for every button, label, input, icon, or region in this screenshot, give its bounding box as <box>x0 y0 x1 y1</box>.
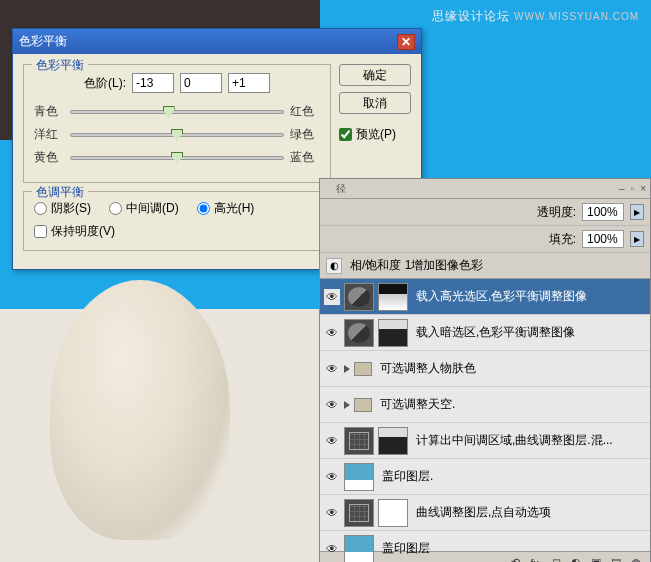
slider-left-label: 青色 <box>34 103 64 120</box>
folder-icon[interactable]: ▣ <box>591 556 601 562</box>
layer-item[interactable]: 👁盖印图层. <box>320 459 650 495</box>
trash-icon[interactable]: 🗑 <box>631 557 642 563</box>
color-slider[interactable] <box>70 133 284 137</box>
visibility-toggle-icon[interactable]: 👁 <box>324 433 340 449</box>
color-balance-group: 色彩平衡 色阶(L): 青色 红色洋红 绿色黄色 蓝色 <box>23 64 331 183</box>
layer-item[interactable]: 👁可选调整天空. <box>320 387 650 423</box>
tone-midtones-radio[interactable]: 中间调(D) <box>109 200 179 217</box>
slider-left-label: 洋红 <box>34 126 64 143</box>
tab-paths[interactable]: 径 <box>330 182 613 196</box>
slider-right-label: 红色 <box>290 103 320 120</box>
slider-right-label: 绿色 <box>290 126 320 143</box>
layer-label[interactable]: 可选调整天空. <box>376 396 646 413</box>
layer-label[interactable]: 计算出中间调区域,曲线调整图层.混... <box>412 432 646 449</box>
tone-highlights-radio[interactable]: 高光(H) <box>197 200 255 217</box>
level-input-cyan-red[interactable] <box>132 73 174 93</box>
layer-item[interactable]: 👁载入高光选区,色彩平衡调整图像 <box>320 279 650 315</box>
mask-thumb <box>378 427 408 455</box>
opacity-label: 透明度: <box>537 204 576 221</box>
lock-controls[interactable] <box>326 232 543 246</box>
preserve-luminosity-checkbox[interactable]: 保持明度(V) <box>34 223 320 240</box>
visibility-toggle-icon[interactable]: 👁 <box>324 469 340 485</box>
level-input-yellow-blue[interactable] <box>228 73 270 93</box>
layers-panel: 径 – ▫ × 透明度: 100% ▶ 填充: 100% ▶ ◐ 相/饱和度 1… <box>319 178 651 562</box>
folder-icon <box>354 398 372 412</box>
group-legend: 色调平衡 <box>32 184 88 201</box>
adjustment-layer-icon[interactable]: ◐ <box>571 556 581 562</box>
visibility-toggle-icon[interactable]: 👁 <box>324 325 340 341</box>
layer-item[interactable]: 👁计算出中间调区域,曲线调整图层.混... <box>320 423 650 459</box>
visibility-toggle-icon[interactable]: 👁 <box>324 397 340 413</box>
layer-label[interactable]: 盖印图层 <box>378 540 646 557</box>
hue-sat-layer-label[interactable]: 相/饱和度 1增加图像色彩 <box>346 257 644 274</box>
mask-thumb <box>378 283 408 311</box>
visibility-toggle-icon[interactable]: 👁 <box>324 361 340 377</box>
layer-label[interactable]: 盖印图层. <box>378 468 646 485</box>
close-icon[interactable]: × <box>640 183 646 194</box>
folder-icon <box>354 362 372 376</box>
fill-label: 填充: <box>549 231 576 248</box>
layer-thumb <box>344 535 374 563</box>
mask-icon[interactable]: ◻ <box>552 556 561 562</box>
adjustment-thumb <box>344 283 374 311</box>
fill-value[interactable]: 100% <box>582 230 624 248</box>
preview-label: 预览(P) <box>356 126 396 143</box>
layer-label[interactable]: 可选调整人物肤色 <box>376 360 646 377</box>
visibility-toggle-icon[interactable]: 👁 <box>324 289 340 305</box>
adjustment-icon: ◐ <box>326 258 342 274</box>
slider-left-label: 黄色 <box>34 149 64 166</box>
visibility-toggle-icon[interactable]: 👁 <box>324 541 340 557</box>
fill-stepper[interactable]: ▶ <box>630 231 644 247</box>
watermark: 思缘设计论坛 WWW.MISSYUAN.COM <box>432 8 639 25</box>
fx-icon[interactable]: fx. <box>530 557 542 563</box>
opacity-value[interactable]: 100% <box>582 203 624 221</box>
adjustment-thumb <box>344 319 374 347</box>
layer-thumb <box>344 463 374 491</box>
dialog-titlebar[interactable]: 色彩平衡 ✕ <box>13 29 421 54</box>
preview-checkbox[interactable] <box>339 128 352 141</box>
color-slider[interactable] <box>70 110 284 114</box>
collapse-icon[interactable]: ▫ <box>631 183 635 194</box>
tone-balance-group: 色调平衡 阴影(S) 中间调(D) 高光(H) 保持明度(V) <box>23 191 331 251</box>
mask-thumb <box>378 319 408 347</box>
slider-right-label: 蓝色 <box>290 149 320 166</box>
layer-label[interactable]: 载入高光选区,色彩平衡调整图像 <box>412 288 646 305</box>
disclosure-triangle-icon[interactable] <box>344 365 350 373</box>
layer-label[interactable]: 曲线调整图层,点自动选项 <box>412 504 646 521</box>
mask-thumb <box>378 499 408 527</box>
curves-thumb <box>344 499 374 527</box>
level-input-magenta-green[interactable] <box>180 73 222 93</box>
layer-item[interactable]: 👁可选调整人物肤色 <box>320 351 650 387</box>
visibility-toggle-icon[interactable]: 👁 <box>324 505 340 521</box>
group-legend: 色彩平衡 <box>32 57 88 74</box>
curves-thumb <box>344 427 374 455</box>
layer-list: 👁载入高光选区,色彩平衡调整图像👁载入暗选区,色彩平衡调整图像👁可选调整人物肤色… <box>320 279 650 551</box>
tone-shadows-radio[interactable]: 阴影(S) <box>34 200 91 217</box>
layer-item[interactable]: 👁曲线调整图层,点自动选项 <box>320 495 650 531</box>
color-slider[interactable] <box>70 156 284 160</box>
panel-header[interactable]: 径 – ▫ × <box>320 179 650 199</box>
close-icon[interactable]: ✕ <box>397 34 415 50</box>
disclosure-triangle-icon[interactable] <box>344 401 350 409</box>
layer-label[interactable]: 载入暗选区,色彩平衡调整图像 <box>412 324 646 341</box>
blend-mode-select[interactable] <box>326 205 531 219</box>
layer-item[interactable]: 👁载入暗选区,色彩平衡调整图像 <box>320 315 650 351</box>
levels-label: 色阶(L): <box>84 75 126 92</box>
cancel-button[interactable]: 取消 <box>339 92 411 114</box>
dialog-title-text: 色彩平衡 <box>19 33 67 50</box>
link-layers-icon[interactable]: ⟲ <box>511 556 520 562</box>
ok-button[interactable]: 确定 <box>339 64 411 86</box>
minimize-icon[interactable]: – <box>619 183 625 194</box>
new-layer-icon[interactable]: ▤ <box>611 556 621 562</box>
opacity-stepper[interactable]: ▶ <box>630 204 644 220</box>
